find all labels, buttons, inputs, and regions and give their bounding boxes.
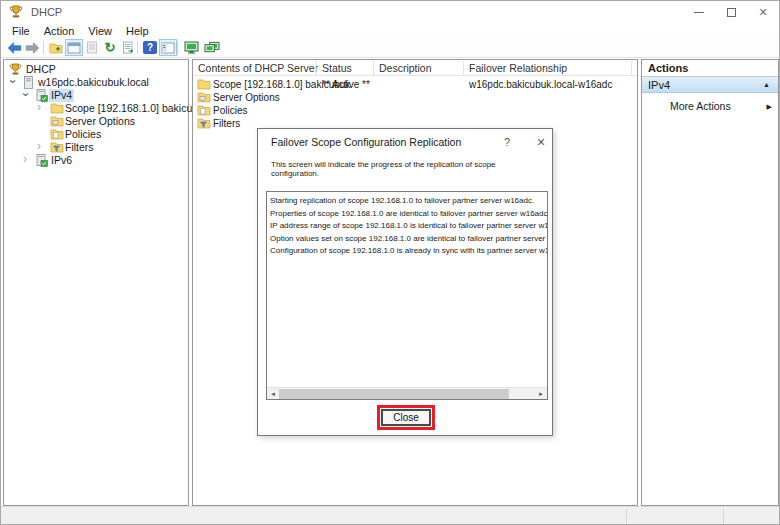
more-actions-label: More Actions xyxy=(670,100,731,112)
server-options-folder-icon xyxy=(50,115,64,127)
chevron-collapsed-icon[interactable]: › xyxy=(37,101,41,114)
actions-panel: Actions IPv4 ▲ More Actions ▶ xyxy=(641,59,779,506)
tree-item-server-options[interactable]: Server Options xyxy=(4,115,188,128)
chevron-expanded-icon[interactable]: › xyxy=(19,93,32,97)
console-tree-button[interactable] xyxy=(159,39,177,56)
column-divider[interactable] xyxy=(631,61,632,75)
list-row-policies[interactable]: Policies xyxy=(193,104,637,117)
filters-folder-icon xyxy=(50,141,64,153)
tree-item-filters[interactable]: › Filters xyxy=(4,141,188,154)
console-window-button[interactable] xyxy=(65,39,83,56)
back-button[interactable] xyxy=(5,39,23,56)
console-window-icon xyxy=(67,42,81,54)
column-divider[interactable] xyxy=(315,61,316,75)
column-header-contents[interactable]: Contents of DHCP Server xyxy=(198,60,318,76)
tree-label: w16pdc.bakicubuk.local xyxy=(38,76,149,89)
monitor-button[interactable] xyxy=(182,39,200,56)
log-line: Properties of scope 192.168.1.0 are iden… xyxy=(270,208,547,221)
list-header-row: Contents of DHCP Server Status Descripti… xyxy=(193,60,637,76)
tree-label: Filters xyxy=(65,141,94,154)
toolbar-separator xyxy=(43,41,44,54)
filters-folder-icon xyxy=(197,117,211,129)
scroll-left-arrow-icon[interactable]: ◄ xyxy=(267,388,279,400)
close-button[interactable]: Close xyxy=(381,409,431,426)
tree-item-dhcp-root[interactable]: DHCP xyxy=(4,63,188,76)
tree-item-scope[interactable]: › Scope [192.168.1.0] bakicubuk xyxy=(4,102,188,115)
more-actions-item[interactable]: More Actions ▶ xyxy=(642,99,778,114)
ipv6-server-icon xyxy=(36,154,48,167)
title-bar: DHCP × xyxy=(1,1,779,23)
menu-view[interactable]: View xyxy=(81,25,119,37)
tree-item-server[interactable]: › w16pdc.bakicubuk.local xyxy=(4,76,188,89)
help-icon: ? xyxy=(143,41,157,54)
minimize-button[interactable] xyxy=(683,1,715,23)
tree-label: Policies xyxy=(65,128,101,141)
minimize-icon xyxy=(694,12,704,13)
maximize-button[interactable] xyxy=(715,1,747,23)
refresh-button[interactable]: ↻ xyxy=(101,39,119,56)
menu-help[interactable]: Help xyxy=(119,25,156,37)
tree-label: IPv6 xyxy=(51,154,72,167)
log-line: Configuration of scope 192.168.1.0 is al… xyxy=(270,245,547,258)
chevron-collapsed-icon[interactable]: › xyxy=(37,140,41,153)
tree-item-ipv6[interactable]: › IPv6 xyxy=(4,154,188,167)
dhcp-trophy-icon xyxy=(9,5,23,19)
export-list-button[interactable] xyxy=(119,39,137,56)
dialog-title-bar: Failover Scope Configuration Replication… xyxy=(258,129,552,155)
column-divider[interactable] xyxy=(373,61,374,75)
refresh-icon: ↻ xyxy=(105,41,116,54)
console-tree-panel: DHCP › w16pdc.bakicubuk.local › IPv4 › S… xyxy=(3,59,189,506)
tree-label: DHCP xyxy=(26,63,56,76)
maximize-icon xyxy=(727,8,736,17)
collapse-arrow-icon[interactable]: ▲ xyxy=(763,77,770,93)
actions-header: Actions xyxy=(642,60,778,77)
close-window-button[interactable]: × xyxy=(747,1,779,23)
dialog-title: Failover Scope Configuration Replication xyxy=(271,129,461,155)
log-line: Option values set on scope 192.168.1.0 a… xyxy=(270,233,547,246)
column-divider[interactable] xyxy=(463,61,464,75)
chevron-collapsed-icon[interactable]: › xyxy=(23,153,27,166)
parent-folder-icon xyxy=(49,42,63,54)
horizontal-scrollbar[interactable]: ◄ ► xyxy=(267,387,547,399)
status-bar-separator xyxy=(626,509,627,524)
forward-button[interactable] xyxy=(23,39,41,56)
dual-monitor-button[interactable] xyxy=(203,39,221,56)
red-annotation-box: Close xyxy=(377,405,435,430)
menu-action[interactable]: Action xyxy=(37,25,82,37)
parent-folder-button[interactable] xyxy=(47,39,65,56)
back-icon xyxy=(7,42,22,54)
actions-group-ipv4[interactable]: IPv4 ▲ xyxy=(642,77,778,93)
cell-failover: w16pdc.bakicubuk.local-w16adc xyxy=(469,78,612,91)
chevron-expanded-icon[interactable]: › xyxy=(6,80,19,84)
help-button[interactable]: ? xyxy=(141,39,159,56)
failover-replication-dialog: Failover Scope Configuration Replication… xyxy=(257,128,553,436)
export-disabled-button xyxy=(83,39,101,56)
dialog-instruction-text: This screen will indicate the progress o… xyxy=(271,160,543,178)
tree-item-ipv4[interactable]: › IPv4 xyxy=(4,89,188,102)
scope-folder-icon xyxy=(50,102,64,114)
dual-monitor-icon xyxy=(204,41,220,54)
server-icon xyxy=(23,76,34,89)
replication-log-lines: Starting replication of scope 192.168.1.… xyxy=(267,192,547,258)
cell-name: Policies xyxy=(213,104,247,117)
scope-folder-icon xyxy=(197,78,211,90)
policies-folder-icon xyxy=(50,128,64,140)
tree-label: Scope [192.168.1.0] bakicubuk xyxy=(65,102,209,115)
menu-bar: File Action View Help xyxy=(1,23,779,38)
tree-item-policies[interactable]: Policies xyxy=(4,128,188,141)
column-header-failover[interactable]: Failover Relationship xyxy=(469,60,567,76)
list-row-scope[interactable]: Scope [192.168.1.0] bakicubuk ** Active … xyxy=(193,78,637,91)
scrollbar-thumb[interactable] xyxy=(279,389,509,399)
column-header-description[interactable]: Description xyxy=(379,60,432,76)
scroll-right-arrow-icon[interactable]: ► xyxy=(535,388,547,400)
toolbar-separator xyxy=(177,41,178,54)
export-list-icon xyxy=(122,41,135,54)
server-options-folder-icon xyxy=(197,91,211,103)
list-row-server-options[interactable]: Server Options xyxy=(193,91,637,104)
tree-label: Server Options xyxy=(65,115,135,128)
log-line: IP address range of scope 192.168.1.0 is… xyxy=(270,220,547,233)
dialog-help-button[interactable]: ? xyxy=(496,129,518,155)
column-header-status[interactable]: Status xyxy=(322,60,352,76)
dialog-close-icon-button[interactable]: × xyxy=(530,129,552,155)
menu-file[interactable]: File xyxy=(5,25,37,37)
